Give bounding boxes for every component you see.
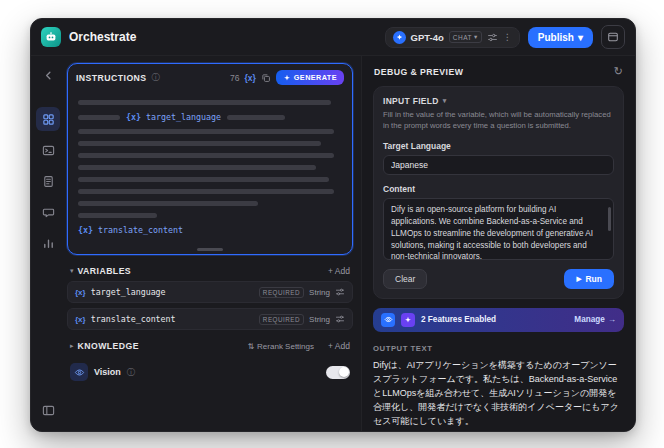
sparkle-icon — [283, 74, 291, 82]
clear-button[interactable]: Clear — [383, 269, 427, 289]
sidebar-item-orchestrate[interactable] — [36, 107, 60, 131]
generate-button[interactable]: GENERATE — [276, 70, 344, 85]
debug-header: DEBUG & PREVIEW ↻ — [373, 64, 624, 78]
variables-title: VARIABLES — [78, 266, 132, 276]
instructions-panel: INSTRUCTIONS ⓘ 76 {x} GENERATE — [67, 63, 353, 255]
page-title: Orchestrate — [69, 30, 136, 44]
variables-header: ▾ VARIABLES + Add — [67, 266, 353, 276]
vision-label: Vision — [94, 367, 121, 377]
features-enabled-text: 2 Features Enabled — [421, 315, 568, 324]
variable-type: String — [309, 288, 330, 297]
knowledge-title: KNOWLEDGE — [78, 341, 139, 351]
prompt-editor[interactable]: {x} target_language {x} translate_conten… — [68, 88, 352, 254]
prompt-text-line — [78, 153, 334, 158]
chevron-down-icon: ▾ — [578, 32, 583, 43]
instructions-title: INSTRUCTIONS — [76, 73, 147, 83]
prompt-text-line — [78, 213, 157, 218]
arrow-right-icon: → — [608, 315, 616, 324]
chat-mode-badge[interactable]: CHAT▾ — [449, 31, 482, 43]
model-name: GPT-4o — [411, 32, 444, 43]
vision-toggle[interactable] — [326, 366, 350, 379]
feature-sparkle-icon — [401, 313, 415, 327]
variable-settings-icon[interactable] — [335, 314, 345, 324]
content-label: Content — [383, 184, 614, 194]
openai-logo-icon — [393, 31, 406, 44]
variable-token: {x} target_language — [126, 112, 221, 122]
play-icon: ▶ — [576, 275, 581, 283]
add-knowledge-button[interactable]: + Add — [328, 341, 350, 351]
prompt-text-line: {x} translate_content — [78, 225, 342, 235]
variable-icon: {x} — [75, 288, 86, 297]
prompt-text-line — [78, 165, 316, 170]
prompt-text-line — [78, 177, 329, 182]
insert-variable-icon[interactable]: {x} — [244, 73, 255, 83]
knowledge-header: ▸ KNOWLEDGE ⇅ Rerank Settings + Add — [67, 341, 353, 351]
info-icon: ⓘ — [152, 72, 160, 83]
left-sidebar — [31, 56, 65, 431]
input-field-description: Fill in the value of the variable, which… — [383, 110, 614, 132]
variable-row[interactable]: {x} target_language REQUIRED String — [67, 281, 353, 303]
more-icon[interactable]: ⋮ — [503, 32, 512, 42]
required-badge: REQUIRED — [259, 287, 304, 298]
prompt-text-line — [78, 100, 331, 105]
variable-icon: {x} — [75, 315, 86, 324]
prompt-text-line — [78, 141, 321, 146]
model-selector[interactable]: GPT-4o CHAT▾ ⋮ — [385, 27, 520, 48]
vision-feature-icon — [381, 313, 395, 327]
debug-preview-panel: DEBUG & PREVIEW ↻ INPUT FIELD ▾ Fill in … — [361, 56, 635, 431]
output-text-title: OUTPUT TEXT — [373, 344, 624, 353]
target-language-input[interactable] — [383, 155, 614, 175]
scrollbar-thumb[interactable] — [608, 207, 611, 231]
variable-type: String — [309, 315, 330, 324]
refresh-icon[interactable]: ↻ — [614, 65, 623, 78]
copy-icon[interactable] — [261, 73, 271, 83]
run-button[interactable]: ▶ Run — [564, 269, 614, 289]
variable-token: {x} translate_content — [78, 225, 183, 235]
settings-button[interactable] — [601, 25, 625, 49]
eye-icon — [70, 363, 88, 381]
prompt-text-line: {x} target_language — [78, 112, 342, 122]
orchestrate-panel: INSTRUCTIONS ⓘ 76 {x} GENERATE — [65, 56, 361, 431]
instructions-header: INSTRUCTIONS ⓘ 76 {x} GENERATE — [68, 64, 352, 88]
robot-icon — [44, 30, 58, 44]
chevron-down-icon: ▾ — [474, 33, 478, 41]
sidebar-item-annotations[interactable] — [36, 200, 60, 224]
add-variable-button[interactable]: + Add — [328, 266, 350, 276]
sidebar-item-api[interactable] — [36, 138, 60, 162]
chevron-right-icon[interactable]: ▸ — [70, 342, 74, 350]
chevron-down-icon[interactable]: ▾ — [443, 97, 447, 105]
char-count: 76 — [230, 73, 239, 83]
app-window: Orchestrate GPT-4o CHAT▾ ⋮ Publish▾ — [30, 18, 636, 432]
params-sliders-icon[interactable] — [487, 32, 498, 43]
prompt-text-line — [78, 129, 334, 134]
publish-button[interactable]: Publish▾ — [528, 27, 593, 48]
variable-settings-icon[interactable] — [335, 287, 345, 297]
chevron-down-icon[interactable]: ▾ — [70, 267, 74, 275]
window-panel-icon — [607, 31, 619, 43]
variable-name: target_language — [91, 287, 254, 297]
content-textarea[interactable]: Dify is an open-source platform for buil… — [383, 198, 614, 260]
debug-title: DEBUG & PREVIEW — [374, 67, 463, 77]
sidebar-item-logs[interactable] — [36, 169, 60, 193]
prompt-text-line — [78, 189, 334, 194]
vision-feature-row: Vision ⓘ — [67, 363, 353, 381]
rerank-icon: ⇅ — [247, 342, 254, 351]
top-bar: Orchestrate GPT-4o CHAT▾ ⋮ Publish▾ — [31, 19, 635, 56]
layout-toggle-icon[interactable] — [36, 398, 60, 422]
rerank-settings-button[interactable]: ⇅ Rerank Settings — [247, 342, 314, 351]
input-field-title: INPUT FIELD ▾ — [383, 96, 614, 106]
back-arrow-icon[interactable] — [36, 63, 60, 87]
info-icon: ⓘ — [127, 367, 135, 378]
target-language-label: Target Language — [383, 141, 614, 151]
output-text: Difyは、AIアプリケーションを構築するためのオープンソースプラットフォームで… — [373, 359, 624, 429]
input-field-card: INPUT FIELD ▾ Fill in the value of the v… — [373, 86, 624, 299]
manage-features-button[interactable]: Manage → — [574, 315, 616, 324]
resize-handle[interactable] — [197, 248, 223, 251]
prompt-text-line — [78, 201, 258, 206]
features-bar[interactable]: 2 Features Enabled Manage → — [373, 308, 624, 332]
variable-row[interactable]: {x} translate_content REQUIRED String — [67, 308, 353, 330]
variable-name: translate_content — [91, 314, 254, 324]
sidebar-item-monitoring[interactable] — [36, 231, 60, 255]
app-logo[interactable] — [41, 27, 61, 47]
required-badge: REQUIRED — [259, 314, 304, 325]
